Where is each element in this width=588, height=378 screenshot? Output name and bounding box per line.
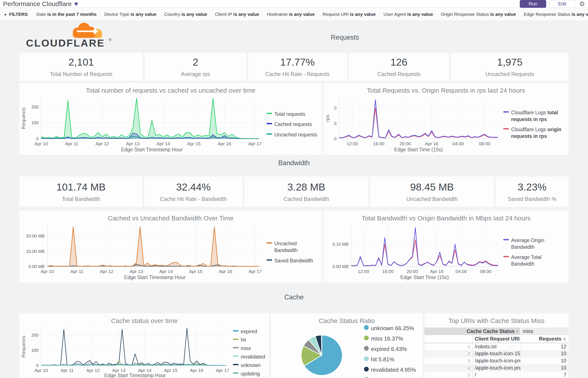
legend-item-average-total-bandwidth[interactable]: Average Total Bandwidth: [503, 254, 566, 267]
row-uri[interactable]: /apple-touch-icon.png: [473, 364, 521, 372]
table-group-header-row: Cache Cache Status› miss: [424, 327, 569, 335]
dashboard-page: Performance Cloudflare ♥ Run Edit ⚙ ▸ FI…: [0, 0, 588, 378]
kpi-value: 101.74 MB: [56, 181, 106, 193]
legend-swatch: [266, 133, 272, 135]
svg-text:Requests: Requests: [21, 107, 26, 129]
top-uris-table: Cache Cache Status› miss Client Request …: [424, 327, 569, 378]
row-index: 4: [424, 364, 473, 372]
column-header-text: Requests: [539, 336, 561, 342]
filter-origin-response-status[interactable]: Origin Response Status is any value: [441, 12, 516, 17]
group-header-cell[interactable]: Cache Cache Status›: [424, 327, 520, 335]
svg-text:16:00: 16:00: [373, 141, 385, 146]
pie-legend-item-updating[interactable]: updating 0.19%: [364, 377, 420, 378]
kpi-label: Cached Bandwidth: [284, 196, 329, 202]
svg-text:Apr 17: Apr 17: [216, 368, 229, 373]
svg-text:0.00 MB: 0.00 MB: [28, 264, 45, 269]
table-row[interactable]: 4/apple-touch-icon.png10: [424, 364, 569, 372]
table-row[interactable]: 3/apple-touch-icon-precomposed.png10: [424, 357, 569, 364]
filter-hostname[interactable]: Hostname is any value: [267, 12, 315, 17]
svg-text:08:00: 08:00: [479, 141, 490, 146]
kpi-value: 2,101: [69, 56, 94, 68]
bandwidth-over-time-plot: Apr 10Apr 11Apr 12Apr 13Apr 14Apr 15Apr …: [19, 223, 266, 282]
legend-label: Uncached Bandwidth: [274, 240, 319, 254]
filter-country[interactable]: Country is any value: [164, 12, 207, 17]
legend-item-updating[interactable]: updating: [233, 370, 266, 377]
legend-label: expired: [241, 328, 257, 335]
top-header-bar: Performance Cloudflare ♥ Run Edit ⚙: [0, 0, 588, 8]
logo-registered-mark: ®: [109, 38, 112, 42]
svg-text:Apr 10: Apr 10: [34, 368, 48, 373]
table-row[interactable]: 5/7: [424, 372, 569, 378]
svg-text:Apr 14: Apr 14: [159, 269, 173, 274]
row-uri[interactable]: /robots.txt: [473, 343, 521, 350]
filter-device-type[interactable]: Device Type is any value: [104, 12, 156, 17]
legend-item-average-origin-bandwidth[interactable]: Average Origin Bandwidth: [503, 237, 566, 250]
chart-requests-over-time: Total number of requests vs cached vs un…: [19, 83, 322, 155]
legend-item-origin-requests-in-rps[interactable]: Cloudflare Logs origin requests in rps: [503, 126, 566, 140]
chart-title: Total number of requests vs cached vs un…: [19, 83, 322, 94]
column-header-requests[interactable]: Requests∨: [520, 335, 569, 343]
svg-text:rps: rps: [325, 115, 330, 122]
legend-item-miss[interactable]: miss: [233, 345, 266, 352]
row-requests: 7: [520, 372, 569, 378]
filter-date[interactable]: Date is in the past 7 months: [36, 12, 97, 17]
row-requests: 12: [520, 343, 569, 350]
run-button[interactable]: Run: [520, 0, 546, 8]
svg-text:Apr 17: Apr 17: [248, 141, 262, 146]
legend-swatch: [503, 111, 509, 113]
filters-toggle[interactable]: ▸ FILTERS: [5, 12, 28, 17]
table-row[interactable]: 1/robots.txt12: [424, 343, 569, 350]
legend-item-total-requests[interactable]: Total requests: [266, 111, 319, 118]
svg-text:Apr 10: Apr 10: [41, 269, 54, 274]
row-uri[interactable]: /apple-touch-icon-precomposed.png: [473, 357, 521, 364]
filter-request-uri[interactable]: Request URI is any value: [322, 12, 376, 17]
legend-item-expired[interactable]: expired: [233, 328, 266, 335]
pie-legend-item-expired[interactable]: expired 6.43%: [364, 345, 420, 353]
kpi-value: 3.23%: [518, 181, 546, 193]
svg-text:Apr 13: Apr 13: [129, 269, 143, 274]
filter-client-ip[interactable]: Client IP is any value: [215, 12, 259, 17]
chart-body: unknown 66.25%miss 16.37%expired 6.43%hi…: [271, 324, 423, 378]
svg-text:Apr 13: Apr 13: [112, 368, 126, 373]
kpi-label: Uncached Bandwidth: [406, 196, 458, 202]
chart-body: Apr 10Apr 11Apr 12Apr 13Apr 14Apr 15Apr …: [19, 324, 269, 378]
section-title-bandwidth: Bandwidth: [19, 155, 569, 171]
svg-text:0.10 MB: 0.10 MB: [333, 242, 349, 247]
edit-button[interactable]: Edit: [549, 0, 575, 8]
svg-text:Apr 12: Apr 12: [96, 141, 109, 146]
legend-item-hit[interactable]: hit: [233, 337, 266, 343]
table-title: Top URIs with Cache Status Miss: [424, 313, 569, 327]
legend-item-unknown[interactable]: unknown: [233, 362, 266, 369]
pie-legend-item-revalidated[interactable]: revalidated 4.95%: [364, 366, 420, 374]
pie-legend-item-hit[interactable]: hit 5.81%: [364, 356, 420, 363]
legend-item-saved-bandwidth[interactable]: Saved Bandwidth: [266, 257, 319, 264]
svg-text:0: 0: [334, 106, 336, 110]
pie-legend-item-unknown[interactable]: unknown 66.25%: [364, 324, 420, 332]
row-uri[interactable]: /apple-touch-icon-152x152.png: [473, 350, 521, 357]
legend-item-total-requests-in-rps[interactable]: Cloudflare Logs total requests in rps: [503, 109, 566, 123]
pie-slice-updating[interactable]: [322, 335, 322, 355]
legend-swatch: [233, 372, 238, 374]
row-index: 3: [424, 357, 473, 364]
column-header-uri[interactable]: Client Request URI Wrap: [473, 335, 521, 343]
legend-item-uncached-bandwidth[interactable]: Uncached Bandwidth: [266, 240, 319, 254]
table-row[interactable]: 2/apple-touch-icon-152x152.png10: [424, 350, 569, 357]
filter-edge-response-status[interactable]: Edge Response Status is any value: [524, 12, 588, 17]
cache-status-plot: Apr 10Apr 11Apr 12Apr 13Apr 14Apr 15Apr …: [19, 326, 233, 378]
expand-arrow-icon: ▸: [5, 12, 6, 16]
filter-condition: is any value: [490, 12, 516, 17]
legend-dot: [364, 367, 369, 372]
legend-item-uncached-requests[interactable]: Uncached requests: [266, 131, 319, 138]
pie-legend-item-miss[interactable]: miss 16.37%: [364, 335, 420, 342]
settings-gear-icon[interactable]: ⚙: [579, 0, 585, 8]
svg-text:Edge Start Timestamp Hour: Edge Start Timestamp Hour: [104, 373, 166, 378]
row-uri[interactable]: /: [473, 372, 521, 378]
chart-title: Cache status over time: [19, 313, 269, 324]
kpi-value: 126: [391, 56, 407, 68]
legend-item-cached-requests[interactable]: Cached requests: [266, 121, 319, 128]
filter-user-agent[interactable]: User Agent is any value: [383, 12, 433, 17]
kpi-label: Saved Bandwidth %: [508, 196, 556, 202]
chart-legend: Uncached BandwidthSaved Bandwidth: [266, 240, 322, 264]
legend-item-revalidated[interactable]: revalidated: [233, 353, 266, 360]
cloud-main: [73, 23, 96, 38]
